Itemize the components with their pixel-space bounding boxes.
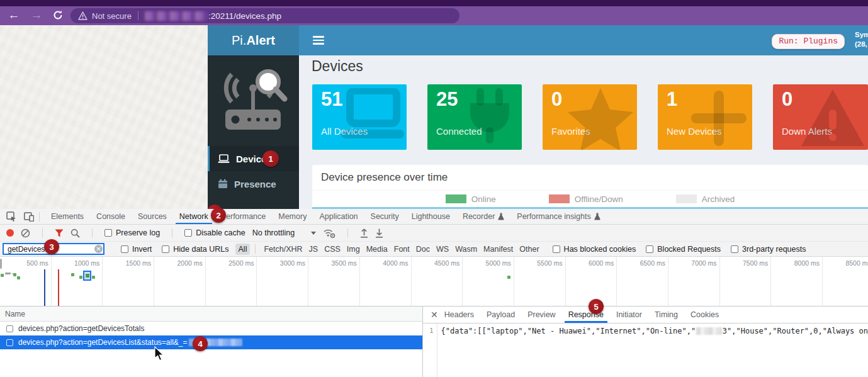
tab-sources[interactable]: Sources bbox=[132, 209, 173, 224]
disable-cache-checkbox[interactable]: Disable cache bbox=[184, 228, 245, 237]
card-down-alerts[interactable]: 0 Down Alerts bbox=[773, 84, 868, 150]
response-viewer[interactable]: 1 {"data":[["laptop","Net - Huawei","Int… bbox=[423, 324, 868, 377]
network-conditions-icon[interactable] bbox=[323, 228, 335, 238]
not-secure-warning-icon bbox=[78, 11, 87, 20]
overview-scrollbar[interactable] bbox=[0, 259, 2, 269]
tab-recorder[interactable]: Recorder bbox=[456, 209, 510, 224]
name-column-header[interactable]: Name bbox=[0, 307, 422, 322]
close-icon[interactable]: ✕ bbox=[431, 310, 438, 320]
request-row-totals[interactable]: devices.php?action=getDevicesTotals bbox=[0, 322, 422, 335]
device-toolbar-icon[interactable] bbox=[24, 212, 34, 222]
throttling-select[interactable]: No throttling bbox=[252, 228, 316, 237]
not-secure-label: Not secure bbox=[92, 11, 132, 21]
legend-item-online[interactable]: Online bbox=[446, 194, 496, 204]
sidebar-item-devices[interactable]: Devices bbox=[208, 146, 299, 171]
menu-toggle-icon[interactable] bbox=[313, 36, 324, 45]
sidebar: Devices Presence bbox=[208, 55, 299, 209]
network-toolbar: Preserve log Disable cache No throttling bbox=[0, 225, 868, 242]
request-detail-panel: ✕ Headers Payload Preview Response Initi… bbox=[423, 307, 868, 377]
tab-network[interactable]: Network bbox=[173, 209, 215, 224]
checkbox[interactable] bbox=[6, 325, 13, 332]
card-new-devices[interactable]: 1 New Devices bbox=[658, 84, 752, 150]
card-favorites[interactable]: 0 Favorites bbox=[543, 84, 637, 150]
redacted-host bbox=[145, 11, 208, 21]
type-filter-font[interactable]: Font bbox=[391, 244, 413, 255]
tab-application[interactable]: Application bbox=[313, 209, 364, 224]
network-filterbar: ✕ Invert Hide data URLs All Fetch/XHR JS… bbox=[0, 242, 868, 257]
type-filter-ws[interactable]: WS bbox=[433, 244, 452, 255]
checkbox[interactable] bbox=[6, 339, 13, 346]
type-filter-img[interactable]: Img bbox=[344, 244, 363, 255]
laptop-icon bbox=[218, 154, 230, 164]
tab-preview[interactable]: Preview bbox=[521, 307, 561, 323]
legend-item-archived[interactable]: Archived bbox=[676, 194, 735, 204]
clear-filter-icon[interactable]: ✕ bbox=[94, 245, 103, 253]
browser-tabstrip bbox=[0, 0, 868, 6]
page-title: Devices bbox=[312, 58, 363, 75]
import-har-icon[interactable] bbox=[360, 228, 368, 238]
step-badge-4: 4 bbox=[193, 336, 208, 351]
tab-cookies[interactable]: Cookies bbox=[684, 307, 725, 323]
filter-icon[interactable] bbox=[55, 229, 64, 237]
request-row-devices-list[interactable]: devices.php?action=getDevicesList&status… bbox=[0, 335, 422, 349]
type-filter-doc[interactable]: Doc bbox=[413, 244, 433, 255]
network-overview-timeline[interactable]: 500 ms 1000 ms 1500 ms 2000 ms 2500 ms 3… bbox=[0, 257, 868, 307]
type-filter-fetch-xhr[interactable]: Fetch/XHR bbox=[261, 244, 305, 255]
type-filter-other[interactable]: Other bbox=[516, 244, 542, 255]
back-icon[interactable]: ← bbox=[6, 8, 21, 23]
card-all-devices[interactable]: 51 All Devices bbox=[312, 84, 407, 150]
tab-elements[interactable]: Elements bbox=[45, 209, 90, 224]
inspect-element-icon[interactable] bbox=[6, 211, 16, 222]
run-plugins-button[interactable]: Run: Plugins bbox=[772, 34, 845, 49]
reload-icon[interactable] bbox=[50, 8, 65, 23]
devtools: Elements Console Sources Network Perform… bbox=[0, 209, 868, 377]
preserve-log-checkbox[interactable]: Preserve log bbox=[104, 228, 160, 237]
export-har-icon[interactable] bbox=[375, 228, 383, 238]
url-text: :20211/devices.php bbox=[208, 11, 281, 21]
type-filter-css[interactable]: CSS bbox=[321, 244, 344, 255]
selected-request-marker bbox=[83, 271, 91, 281]
header-right-status: Sym (28, bbox=[855, 30, 868, 49]
step-badge-3: 3 bbox=[44, 239, 59, 254]
tab-lighthouse[interactable]: Lighthouse bbox=[405, 209, 456, 224]
tab-payload[interactable]: Payload bbox=[480, 307, 521, 323]
tab-performance-insights[interactable]: Performance insights bbox=[510, 209, 606, 224]
address-separator bbox=[138, 11, 138, 20]
card-value: 51 bbox=[321, 88, 342, 111]
tab-console[interactable]: Console bbox=[90, 209, 132, 224]
clear-icon[interactable] bbox=[21, 228, 30, 238]
card-connected[interactable]: 25 Connected bbox=[427, 84, 522, 150]
pialert-app: Pi.Alert Run: Plugins Sym (28, bbox=[208, 25, 868, 209]
has-blocked-cookies-checkbox[interactable]: Has blocked cookies bbox=[553, 245, 636, 254]
hide-data-urls-checkbox[interactable]: Hide data URLs bbox=[162, 245, 228, 254]
checkbox bbox=[162, 245, 169, 253]
type-filter-wasm[interactable]: Wasm bbox=[452, 244, 480, 255]
tab-headers[interactable]: Headers bbox=[438, 307, 480, 323]
search-icon[interactable] bbox=[70, 228, 80, 238]
app-content: Devices 51 All Devices 25 Connected 0 Fa… bbox=[299, 55, 868, 209]
blocked-requests-checkbox[interactable]: Blocked Requests bbox=[646, 245, 721, 254]
tab-memory[interactable]: Memory bbox=[272, 209, 313, 224]
legend-item-offline[interactable]: Offline/Down bbox=[549, 194, 623, 204]
response-json-line: {"data":[["laptop","Net - Huawei","Inter… bbox=[437, 324, 868, 377]
record-button[interactable] bbox=[6, 229, 14, 237]
panel-title: Device presence over time bbox=[321, 171, 448, 184]
app-logo[interactable]: Pi.Alert bbox=[208, 25, 299, 55]
tab-initiator[interactable]: Initiator bbox=[610, 307, 648, 323]
flask-icon bbox=[594, 213, 600, 220]
type-filter-manifest[interactable]: Manifest bbox=[480, 244, 516, 255]
address-bar[interactable]: Not secure :20211/devices.php bbox=[70, 8, 459, 23]
legend-swatch-offline bbox=[549, 194, 570, 203]
third-party-requests-checkbox[interactable]: 3rd-party requests bbox=[731, 245, 806, 254]
step-badge-2: 2 bbox=[211, 208, 226, 223]
laptop-icon bbox=[341, 88, 404, 149]
type-filter-js[interactable]: JS bbox=[306, 244, 322, 255]
tab-security[interactable]: Security bbox=[364, 209, 405, 224]
tab-timing[interactable]: Timing bbox=[648, 307, 684, 323]
invert-checkbox[interactable]: Invert bbox=[121, 245, 152, 254]
type-filter-media[interactable]: Media bbox=[363, 244, 391, 255]
sidebar-item-label: Presence bbox=[234, 179, 276, 189]
sidebar-item-presence[interactable]: Presence bbox=[208, 171, 299, 196]
forward-icon[interactable]: → bbox=[29, 8, 44, 23]
type-filter-all[interactable]: All bbox=[235, 244, 251, 255]
